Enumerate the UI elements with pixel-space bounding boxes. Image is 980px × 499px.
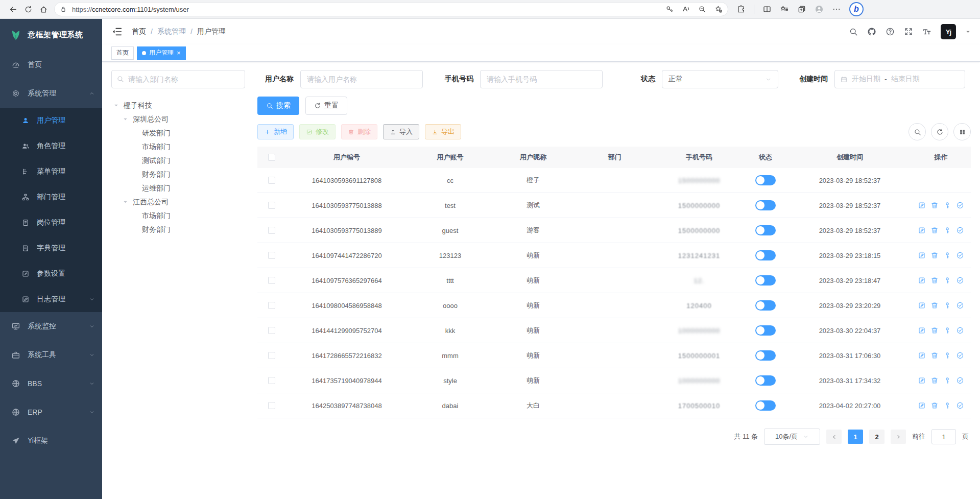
tree-node-财务部门[interactable]: 财务部门 bbox=[111, 223, 257, 236]
edit-row-button[interactable] bbox=[918, 301, 926, 310]
assign-role-button[interactable] bbox=[956, 351, 964, 360]
breadcrumb-home[interactable]: 首页 bbox=[132, 27, 146, 36]
edit-row-button[interactable] bbox=[918, 401, 926, 410]
row-checkbox[interactable] bbox=[268, 402, 275, 409]
reset-password-button[interactable] bbox=[943, 226, 951, 234]
sidebar-item-系统监控[interactable]: 系统监控 bbox=[0, 312, 102, 341]
reset-password-button[interactable] bbox=[943, 326, 951, 335]
sidebar-item-部门管理[interactable]: 部门管理 bbox=[0, 184, 102, 210]
delete-row-button[interactable] bbox=[930, 301, 939, 310]
collections-icon[interactable] bbox=[797, 5, 806, 14]
reset-password-button[interactable] bbox=[943, 401, 951, 410]
goto-page-input[interactable] bbox=[931, 429, 956, 444]
delete-row-button[interactable] bbox=[930, 276, 939, 284]
reset-password-button[interactable] bbox=[943, 276, 951, 284]
phone-input[interactable] bbox=[480, 70, 603, 88]
font-size-icon[interactable] bbox=[922, 27, 931, 36]
show-search-button[interactable] bbox=[909, 123, 926, 140]
row-checkbox[interactable] bbox=[268, 277, 275, 284]
password-key-icon[interactable] bbox=[665, 5, 674, 13]
close-icon[interactable]: × bbox=[177, 50, 181, 56]
row-checkbox[interactable] bbox=[268, 377, 275, 384]
profile-avatar-icon[interactable] bbox=[815, 5, 824, 14]
status-toggle[interactable] bbox=[755, 350, 776, 361]
delete-row-button[interactable] bbox=[930, 401, 939, 410]
tree-node-橙子科技[interactable]: 橙子科技 bbox=[111, 99, 257, 112]
row-checkbox[interactable] bbox=[268, 227, 275, 234]
导出-button[interactable]: 导出 bbox=[425, 124, 461, 139]
page-size-select[interactable]: 10条/页 bbox=[764, 429, 820, 445]
assign-role-button[interactable] bbox=[956, 226, 964, 234]
browser-back-button[interactable] bbox=[5, 2, 20, 17]
delete-row-button[interactable] bbox=[930, 226, 939, 234]
reset-password-button[interactable] bbox=[943, 201, 951, 209]
address-bar[interactable]: https://ccnetcore.com:1101/system/user bbox=[54, 2, 728, 16]
tree-node-研发部门[interactable]: 研发部门 bbox=[111, 126, 257, 140]
delete-row-button[interactable] bbox=[930, 201, 939, 209]
fullscreen-icon[interactable] bbox=[904, 27, 913, 36]
tree-node-运维部门[interactable]: 运维部门 bbox=[111, 181, 257, 195]
status-toggle[interactable] bbox=[755, 225, 776, 235]
status-toggle[interactable] bbox=[755, 250, 776, 260]
assign-role-button[interactable] bbox=[956, 251, 964, 259]
删除-button[interactable]: 删除 bbox=[341, 124, 377, 139]
status-toggle[interactable] bbox=[755, 175, 776, 185]
assign-role-button[interactable] bbox=[956, 376, 964, 385]
sidebar-item-菜单管理[interactable]: 菜单管理 bbox=[0, 159, 102, 184]
修改-button[interactable]: 修改 bbox=[299, 124, 336, 139]
tree-node-测试部门[interactable]: 测试部门 bbox=[111, 154, 257, 168]
edit-row-button[interactable] bbox=[918, 326, 926, 335]
row-checkbox[interactable] bbox=[268, 202, 275, 209]
tree-node-财务部门[interactable]: 财务部门 bbox=[111, 168, 257, 181]
assign-role-button[interactable] bbox=[956, 401, 964, 410]
prev-page-button[interactable] bbox=[826, 430, 842, 444]
next-page-button[interactable] bbox=[891, 430, 906, 444]
edit-row-button[interactable] bbox=[918, 251, 926, 259]
sidebar-item-ERP[interactable]: ERP bbox=[0, 398, 102, 426]
sidebar-item-BBS[interactable]: BBS bbox=[0, 369, 102, 398]
select-all-checkbox[interactable] bbox=[268, 154, 275, 161]
reset-password-button[interactable] bbox=[943, 251, 951, 259]
browser-reload-button[interactable] bbox=[20, 2, 36, 17]
caret-down-icon[interactable] bbox=[123, 199, 131, 205]
delete-row-button[interactable] bbox=[930, 251, 939, 259]
delete-row-button[interactable] bbox=[930, 351, 939, 360]
column-settings-button[interactable] bbox=[953, 123, 971, 140]
tab-home[interactable]: 首页 bbox=[111, 46, 134, 60]
status-toggle[interactable] bbox=[755, 200, 776, 210]
status-toggle[interactable] bbox=[755, 375, 776, 386]
edit-row-button[interactable] bbox=[918, 201, 926, 209]
reset-button[interactable]: 重置 bbox=[305, 97, 347, 115]
github-icon[interactable] bbox=[867, 27, 876, 36]
row-checkbox[interactable] bbox=[268, 252, 275, 259]
copilot-icon[interactable]: b bbox=[849, 2, 864, 16]
sidebar-item-home[interactable]: 首页 bbox=[0, 51, 102, 79]
reset-password-button[interactable] bbox=[943, 351, 951, 360]
delete-row-button[interactable] bbox=[930, 326, 939, 335]
sidebar-item-系统管理[interactable]: 系统管理 bbox=[0, 79, 102, 108]
assign-role-button[interactable] bbox=[956, 301, 964, 310]
assign-role-button[interactable] bbox=[956, 201, 964, 209]
tree-node-市场部门[interactable]: 市场部门 bbox=[111, 209, 257, 223]
status-toggle[interactable] bbox=[755, 400, 776, 411]
add-favorite-icon[interactable] bbox=[714, 5, 723, 13]
assign-role-button[interactable] bbox=[956, 276, 964, 284]
edit-row-button[interactable] bbox=[918, 351, 926, 360]
date-range-picker[interactable]: 开始日期 - 结束日期 bbox=[834, 70, 965, 88]
page-1-button[interactable]: 1 bbox=[848, 430, 863, 444]
sidebar-item-用户管理[interactable]: 用户管理 bbox=[0, 108, 102, 133]
chevron-down-icon[interactable] bbox=[965, 29, 971, 35]
sidebar-item-字典管理[interactable]: 字典管理 bbox=[0, 235, 102, 261]
extensions-icon[interactable] bbox=[736, 5, 746, 14]
reset-password-button[interactable] bbox=[943, 376, 951, 385]
delete-row-button[interactable] bbox=[930, 376, 939, 385]
read-aloud-icon[interactable] bbox=[682, 5, 690, 13]
sidebar-item-角色管理[interactable]: 角色管理 bbox=[0, 133, 102, 159]
row-checkbox[interactable] bbox=[268, 302, 275, 309]
browser-home-button[interactable] bbox=[36, 2, 51, 17]
tree-node-江西总公司[interactable]: 江西总公司 bbox=[111, 195, 257, 209]
edit-row-button[interactable] bbox=[918, 376, 926, 385]
sidebar-item-Yi框架[interactable]: Yi框架 bbox=[0, 426, 102, 455]
status-select[interactable]: 正常 bbox=[662, 70, 778, 88]
sidebar-item-岗位管理[interactable]: 岗位管理 bbox=[0, 210, 102, 235]
